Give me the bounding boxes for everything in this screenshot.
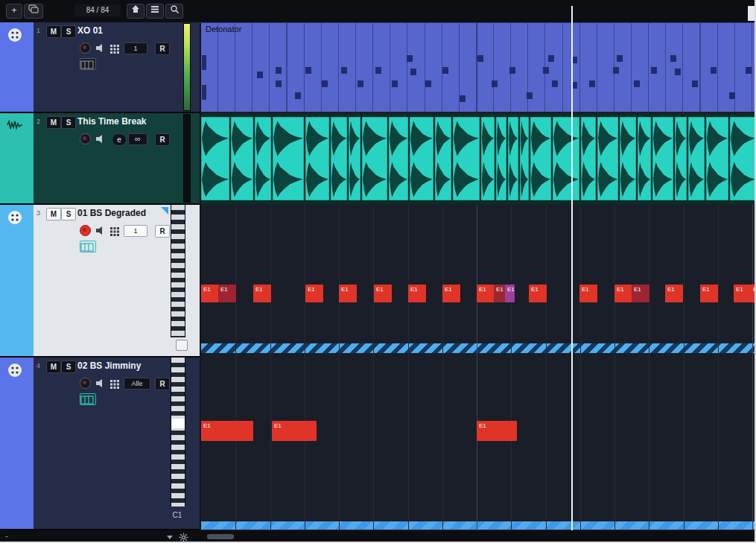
drum-note[interactable]: E1 — [339, 285, 357, 302]
part-overview-bar[interactable] — [201, 521, 756, 530]
audio-slice[interactable] — [410, 117, 433, 200]
audio-slice[interactable] — [520, 117, 529, 200]
audio-slice[interactable] — [349, 117, 360, 200]
read-automation-button[interactable]: R — [155, 378, 170, 390]
drum-note[interactable]: E1 — [201, 421, 253, 441]
drum-note[interactable]: E1 — [305, 285, 323, 302]
midi-note[interactable] — [276, 80, 282, 87]
midi-note[interactable] — [711, 67, 717, 74]
record-enable-button[interactable] — [80, 133, 91, 145]
audio-slice[interactable] — [481, 117, 495, 200]
midi-note[interactable] — [692, 80, 698, 87]
midi-note[interactable] — [746, 67, 752, 74]
midi-note[interactable] — [410, 69, 416, 75]
midi-note[interactable] — [634, 80, 640, 87]
drum-note[interactable]: E1 — [614, 285, 632, 302]
track-header-4[interactable]: 4 M S 02 BS Jimminy Alle R — [0, 358, 200, 530]
midi-note[interactable] — [548, 55, 554, 62]
drum-note[interactable]: E1 — [477, 285, 495, 302]
midi-note[interactable] — [322, 80, 328, 87]
audio-slice[interactable] — [435, 117, 451, 200]
solo-button[interactable]: S — [61, 361, 76, 373]
piano-keyboard-strip[interactable] — [171, 358, 185, 507]
midi-note[interactable] — [257, 72, 263, 78]
mute-button[interactable]: M — [46, 208, 61, 220]
instrument-editor-button[interactable] — [80, 241, 96, 253]
midi-note[interactable] — [543, 67, 549, 74]
audio-slice[interactable] — [675, 117, 687, 200]
record-enable-button[interactable] — [80, 42, 91, 54]
midi-note[interactable] — [617, 55, 623, 62]
read-automation-button[interactable]: R — [155, 42, 170, 55]
drum-note[interactable]: E1 — [201, 285, 219, 302]
midi-note[interactable] — [202, 55, 206, 70]
midi-note[interactable] — [613, 67, 619, 74]
audio-slice[interactable] — [638, 117, 651, 200]
solo-button[interactable]: S — [61, 116, 76, 129]
drum-note[interactable]: E1 — [579, 285, 597, 302]
audio-slice[interactable] — [331, 117, 347, 200]
midi-note[interactable] — [492, 80, 498, 87]
piano-keyboard-strip[interactable] — [171, 205, 185, 337]
midi-note[interactable] — [341, 67, 347, 74]
read-automation-button[interactable]: R — [155, 133, 170, 146]
midi-note[interactable] — [589, 80, 595, 87]
monitor-button[interactable] — [95, 133, 105, 147]
midi-part-detonator[interactable]: Detonator — [201, 22, 756, 112]
drum-note[interactable]: E1 — [505, 285, 515, 302]
solo-button[interactable]: S — [61, 208, 76, 220]
midi-note[interactable] — [460, 95, 466, 102]
audio-slice[interactable] — [508, 117, 518, 200]
shared-part-bar[interactable] — [201, 343, 756, 353]
midi-note[interactable] — [477, 55, 483, 62]
monitor-button[interactable] — [95, 378, 105, 391]
track-header-1[interactable]: 1 M S XO 01 1 R — [0, 22, 200, 113]
monitor-button[interactable] — [95, 225, 105, 238]
drum-note[interactable]: E1 — [700, 285, 718, 302]
zoom-out-button[interactable]: - — [5, 531, 8, 542]
drum-note[interactable]: E1 — [477, 421, 517, 441]
audio-slice[interactable] — [453, 117, 480, 200]
lane-display-icon[interactable] — [176, 340, 188, 351]
audio-slice[interactable] — [389, 117, 408, 200]
drum-note[interactable]: E1 — [734, 285, 752, 302]
audio-slice[interactable] — [201, 117, 229, 200]
midi-note[interactable] — [552, 80, 558, 87]
instrument-editor-button[interactable] — [80, 393, 96, 405]
audio-slice[interactable] — [597, 117, 618, 200]
midi-note[interactable] — [392, 80, 398, 87]
edit-channel-button[interactable]: e — [112, 133, 127, 146]
horizontal-scrollbar-thumb[interactable] — [207, 534, 234, 539]
instrument-editor-button[interactable] — [80, 58, 96, 70]
mute-button[interactable]: M — [46, 25, 61, 38]
drum-note[interactable]: E1 — [272, 421, 317, 441]
record-enable-button[interactable] — [80, 378, 91, 389]
drum-note[interactable]: E1 — [253, 285, 271, 302]
mute-button[interactable]: M — [46, 116, 61, 129]
track-header-3[interactable]: 3 M S 01 BS Degraded 1 R — [0, 205, 200, 358]
midi-note[interactable] — [407, 55, 413, 62]
midi-note[interactable] — [651, 67, 657, 74]
midi-note[interactable] — [425, 80, 431, 87]
monitor-button[interactable] — [95, 42, 105, 56]
channel-select[interactable]: 1 — [124, 225, 147, 237]
drum-note[interactable]: E1 — [218, 285, 236, 302]
midi-note[interactable] — [729, 92, 735, 99]
midi-note[interactable] — [202, 85, 206, 100]
solo-button[interactable]: S — [61, 25, 76, 38]
audio-slice[interactable] — [706, 117, 728, 200]
add-track-button[interactable]: + — [6, 4, 22, 19]
drum-note[interactable]: E1 — [632, 285, 649, 302]
audio-slice[interactable] — [553, 117, 579, 200]
midi-note[interactable] — [295, 92, 301, 99]
audio-slice[interactable] — [362, 117, 387, 200]
record-enable-button[interactable] — [80, 225, 91, 236]
channel-select[interactable]: Alle — [124, 378, 150, 390]
audio-slice[interactable] — [730, 117, 756, 200]
vertical-scrollbar-top[interactable] — [748, 6, 755, 21]
audio-slice[interactable] — [305, 117, 329, 200]
audio-slice[interactable] — [688, 117, 705, 200]
panel-collapse-arrow[interactable] — [167, 536, 173, 539]
audio-slice[interactable] — [255, 117, 271, 200]
track-presets-button[interactable] — [24, 4, 43, 19]
